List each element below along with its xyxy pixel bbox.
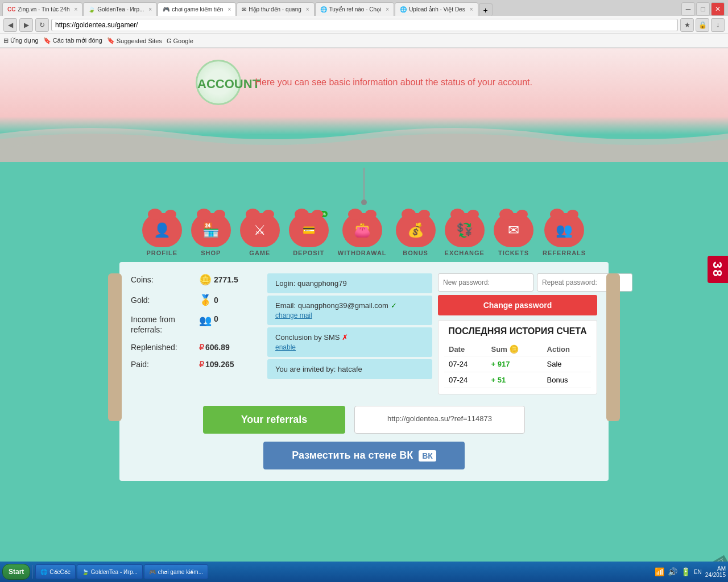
email-verified-icon: ✓ xyxy=(391,301,397,310)
bonus-icon-cloud: 💰 xyxy=(396,213,436,247)
income-label: Income from referrals: xyxy=(131,314,199,335)
back-button[interactable]: ◀ xyxy=(3,18,17,32)
right-column: Login: quangphong79 Email: quangphong39@… xyxy=(267,273,597,394)
bookmark-apps[interactable]: ⊞ Ứng dụng xyxy=(3,37,39,44)
email-box: Email: quangphong39@gmail.com ✓ change m… xyxy=(267,296,432,325)
taskbar-btn-goldentea[interactable]: 🍃 GoldenTea - Игр... xyxy=(77,564,143,579)
tab-ref[interactable]: 🌐 Tuyển ref nào - Chọi × xyxy=(315,2,395,16)
tab-bar: CC Zing.vn - Tin tức 24h × 🍃 GoldenTea -… xyxy=(0,0,728,16)
taskbar-btn-game[interactable]: 🎮 chơi game kiếm... xyxy=(144,564,208,579)
history-action: Bonus xyxy=(543,372,591,388)
tickets-icon-cloud: ✉ xyxy=(494,213,533,247)
nav-game[interactable]: ⚔ GAME xyxy=(240,213,280,256)
extensions-icon[interactable]: 🔒 xyxy=(696,18,709,32)
tickets-label: TICKETS xyxy=(498,250,529,256)
referrals-icon-cloud: 👥 xyxy=(544,213,584,247)
bookmarks-bar: ⊞ Ứng dụng 🔖 Các tab mới đóng 🔖 Suggeste… xyxy=(0,34,728,48)
bonus-label: BONUS xyxy=(403,250,428,256)
change-mail-link[interactable]: change mail xyxy=(275,311,424,319)
download-icon[interactable]: ↓ xyxy=(711,18,725,32)
replenished-value: 606.89 xyxy=(205,343,230,352)
bookmark-recent-tabs[interactable]: 🔖 Các tab mới đóng xyxy=(43,37,102,44)
new-password-input[interactable] xyxy=(438,273,533,292)
reload-button[interactable]: ↻ xyxy=(35,18,49,32)
nav-deposit[interactable]: 💳 +55% DEPOSIT xyxy=(289,213,329,256)
start-button[interactable]: Start xyxy=(2,564,30,580)
close-tab-gmail[interactable]: × xyxy=(306,6,309,13)
tab-favicon-game: 🎮 xyxy=(163,6,169,13)
restore-btn[interactable]: □ xyxy=(696,2,710,16)
header-area: ACCOUNT Here you can see basic informati… xyxy=(0,48,728,117)
vk-share-button[interactable]: Разместить на стене ВК ВК xyxy=(263,442,465,469)
tab-upload[interactable]: 🌐 Upload ảnh - Việt Des × xyxy=(395,2,478,16)
nav-shop[interactable]: 🏪 SHOP xyxy=(191,213,231,256)
close-btn[interactable]: ✕ xyxy=(711,2,725,16)
lang-indicator: EN xyxy=(694,569,702,575)
nav-exchange[interactable]: 💱 EXCHANGE xyxy=(445,213,485,256)
paid-row: Paid: ₽ 109.265 xyxy=(131,360,256,369)
change-password-button[interactable]: Change password xyxy=(438,295,597,315)
withdrawal-icon-cloud: 👛 xyxy=(342,213,382,247)
nav-withdrawal[interactable]: 👛 WITHDRAWAL xyxy=(338,213,387,256)
nav-referrals[interactable]: 👥 REFERRALS xyxy=(543,213,586,256)
close-tab-goldentea[interactable]: × xyxy=(148,6,152,13)
close-tab-coccoc[interactable]: × xyxy=(75,6,78,13)
history-section: ПОСЛЕДНЯЯ ИСТОРИЯ СЧЕТА Date Sum xyxy=(438,320,597,394)
nav-profile[interactable]: 👤 PROFILE xyxy=(142,213,182,256)
tab-gmail[interactable]: ✉ Hộp thư đến - quang × xyxy=(237,2,314,16)
tab-active[interactable]: 🎮 chơi game kiếm tiền × xyxy=(158,2,236,16)
close-tab-game[interactable]: × xyxy=(228,6,231,13)
forward-button[interactable]: ▶ xyxy=(19,18,33,32)
bookmark-suggested[interactable]: 🔖 Suggested Sites xyxy=(107,37,162,44)
login-text: Login: quangphong79 xyxy=(275,279,347,288)
history-scroll[interactable]: Date Sum 🪙 Action xyxy=(444,342,591,388)
tab-favicon-upload: 🌐 xyxy=(400,6,407,13)
side-panel[interactable]: 38 xyxy=(708,256,728,283)
scroll-left xyxy=(108,273,122,421)
apps-icon: ⊞ xyxy=(3,37,9,44)
paid-label: Paid: xyxy=(131,360,199,369)
wave-svg xyxy=(0,117,728,162)
new-tab-button[interactable]: + xyxy=(479,3,493,16)
nav-tickets[interactable]: ✉ TICKETS xyxy=(494,213,533,256)
minimize-btn[interactable]: ─ xyxy=(681,2,695,16)
taskbar-btn-browser[interactable]: 🌐 CốcCốc xyxy=(35,564,75,579)
coins-value: 2771.5 xyxy=(214,275,238,284)
gold-row: Gold: 🥇 0 xyxy=(131,294,256,306)
bookmark-google[interactable]: G Google xyxy=(167,38,193,44)
clock-date: 24/2015 xyxy=(705,572,726,578)
tab-goldentea[interactable]: 🍃 GoldenTea - Игр... × xyxy=(83,2,157,16)
coins-row: Coins: 🪙 2771.5 xyxy=(131,273,256,286)
income-value: 0 xyxy=(214,314,218,323)
bookmark-icon[interactable]: ★ xyxy=(680,18,694,32)
tab-label-coccoc: Zing.vn - Tin tức 24h xyxy=(18,6,69,13)
tab-favicon-coccoc: CC xyxy=(7,6,15,13)
tab-label-goldentea: GoldenTea - Игр... xyxy=(97,6,144,13)
taskbar-divider xyxy=(32,565,33,579)
close-tab-upload[interactable]: × xyxy=(470,6,473,13)
account-info: Login: quangphong79 Email: quangphong39@… xyxy=(267,273,432,394)
taskbar-right: 📶 🔊 🔋 EN AM 24/2015 xyxy=(655,566,726,578)
browser-taskbar-icon: 🌐 xyxy=(40,569,47,575)
tray-network-icon: 📶 xyxy=(655,567,664,576)
your-referrals-button[interactable]: Your referrals xyxy=(203,406,345,434)
enable-sms-link[interactable]: enable xyxy=(275,343,424,351)
exchange-label: EXCHANGE xyxy=(445,250,485,256)
history-date: 07-24 xyxy=(444,356,487,372)
content-panel: Coins: 🪙 2771.5 Gold: 🥇 0 Income from re… xyxy=(119,262,609,481)
referral-link-box: http://goldentea.su/?ref=114873 xyxy=(354,406,525,434)
game-taskbar-icon: 🎮 xyxy=(149,569,156,575)
tab-coccoc[interactable]: CC Zing.vn - Tin tức 24h × xyxy=(2,2,82,16)
profile-icon: 👤 xyxy=(154,222,171,238)
close-tab-ref[interactable]: × xyxy=(386,6,389,13)
address-bar[interactable] xyxy=(51,19,678,31)
rope xyxy=(363,168,365,202)
page-content: ACCOUNT Here you can see basic informati… xyxy=(0,48,728,582)
sms-disabled-icon: ✗ xyxy=(342,333,348,342)
goldentea-taskbar-label: GoldenTea - Игр... xyxy=(91,569,138,575)
nav-bonus[interactable]: 💰 BONUS xyxy=(396,213,436,256)
shop-icon-cloud: 🏪 xyxy=(191,213,231,247)
vk-button-text: Разместить на стене ВК xyxy=(292,450,413,462)
paid-icon: ₽ xyxy=(199,360,204,369)
exchange-icon: 💱 xyxy=(456,222,473,238)
